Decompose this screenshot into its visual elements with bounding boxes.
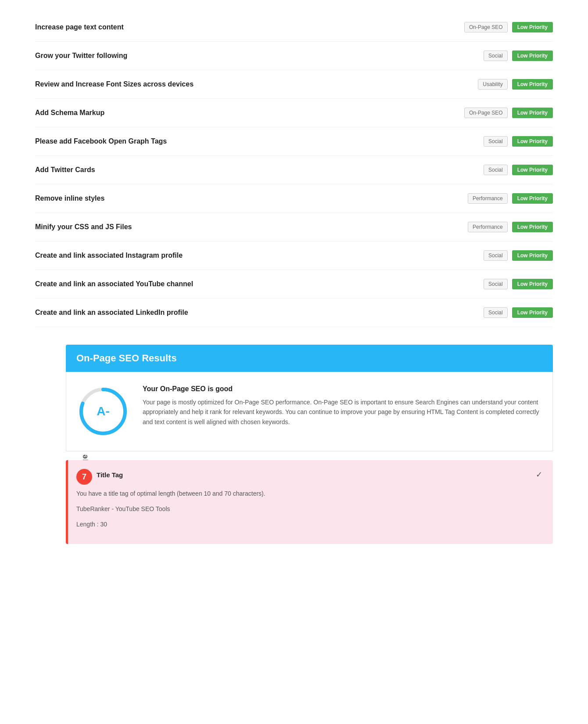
rec-badges: Social Low Priority [484,279,553,289]
badge-category: Social [484,279,508,289]
title-tag-header: Title Tag ✓ [97,470,542,479]
recommendation-item: Review and Increase Font Sizes across de… [35,70,553,99]
rec-badges: On-Page SEO Low Priority [464,108,553,118]
title-tag-description: You have a title tag of optimal length (… [76,489,542,498]
rec-badges: Social Low Priority [484,165,553,175]
title-tag-label: Title Tag [97,471,123,479]
section-number-badge: 7 [76,469,92,485]
recommendation-item: Create and link associated Instagram pro… [35,241,553,270]
rec-badges: Social Low Priority [484,307,553,318]
rec-badges: On-Page SEO Low Priority [464,22,553,32]
badge-priority: Low Priority [512,22,553,32]
badge-priority: Low Priority [512,307,553,318]
title-tag-value: TubeRanker - YouTube SEO Tools [76,504,542,514]
seo-results-section: On-Page SEO Results A- Your On-Page SEO … [66,345,553,544]
badge-category: Social [484,250,508,261]
rec-title: Please add Facebook Open Graph Tags [35,137,484,145]
badge-priority: Low Priority [512,279,553,289]
rec-badges: Performance Low Priority [468,222,553,232]
seo-result-description: Your page is mostly optimized for On-Pag… [143,397,542,427]
rec-title: Create and link an associated LinkedIn p… [35,309,484,317]
rec-title: Create and link associated Instagram pro… [35,252,484,259]
badge-category: Usability [478,79,507,90]
badge-category: Social [484,50,508,61]
badge-category: Performance [468,193,508,204]
badge-category: Social [484,165,508,175]
badge-priority: Low Priority [512,250,553,261]
recommendation-item: Add Schema Markup On-Page SEO Low Priori… [35,99,553,127]
recommendation-item: Create and link an associated LinkedIn p… [35,299,553,327]
seo-results-title: On-Page SEO Results [76,353,542,364]
badge-priority: Low Priority [512,50,553,61]
rec-badges: Social Low Priority [484,250,553,261]
title-tag-section: 7 Title Tag ✓ You have a title tag of op… [66,460,553,544]
recommendation-item: Grow your Twitter following Social Low P… [35,42,553,70]
rec-badges: Performance Low Priority [468,193,553,204]
left-accent [66,460,68,544]
badge-category: Social [484,307,508,318]
rec-title: Grow your Twitter following [35,52,484,60]
grade-circle: A- [77,385,129,438]
title-tag-top: 7 Title Tag ✓ [76,469,542,485]
check-icon: ✓ [536,470,542,479]
badge-priority: Low Priority [512,165,553,175]
badge-category: Social [484,136,508,147]
rec-title: Increase page text content [35,23,464,31]
seo-results-content: Your On-Page SEO is good Your page is mo… [143,385,542,427]
title-tag-length: Length : 30 [76,520,542,529]
rec-badges: Social Low Priority [484,50,553,61]
badge-priority: Low Priority [512,222,553,232]
rec-title: Remove inline styles [35,195,468,202]
recommendations-section: Increase page text content On-Page SEO L… [35,13,553,327]
rec-title: Minify your CSS and JS Files [35,223,468,231]
seo-result-heading: Your On-Page SEO is good [143,385,542,393]
recommendation-item: Minify your CSS and JS Files Performance… [35,213,553,241]
grade-value: A- [97,404,110,418]
badge-priority: Low Priority [512,136,553,147]
rec-title: Create and link an associated YouTube ch… [35,280,484,288]
recommendation-item: Remove inline styles Performance Low Pri… [35,184,553,213]
badge-priority: Low Priority [512,79,553,90]
recommendation-item: Increase page text content On-Page SEO L… [35,13,553,42]
rec-title: Review and Increase Font Sizes across de… [35,80,478,88]
rec-title: Add Twitter Cards [35,166,484,174]
rec-title: Add Schema Markup [35,109,464,117]
rec-badges: Usability Low Priority [478,79,553,90]
badge-priority: Low Priority [512,193,553,204]
recommendation-item: Add Twitter Cards Social Low Priority [35,156,553,184]
badge-category: On-Page SEO [464,108,508,118]
seo-results-container: On-Page SEO Results On-Page SEO Results … [66,345,553,544]
recommendation-item: Create and link an associated YouTube ch… [35,270,553,299]
seo-results-header: On-Page SEO Results [66,345,553,372]
badge-category: Performance [468,222,508,232]
rec-badges: Social Low Priority [484,136,553,147]
recommendation-item: Please add Facebook Open Graph Tags Soci… [35,127,553,156]
badge-category: On-Page SEO [464,22,508,32]
badge-priority: Low Priority [512,108,553,118]
seo-results-body: A- Your On-Page SEO is good Your page is… [66,372,553,451]
